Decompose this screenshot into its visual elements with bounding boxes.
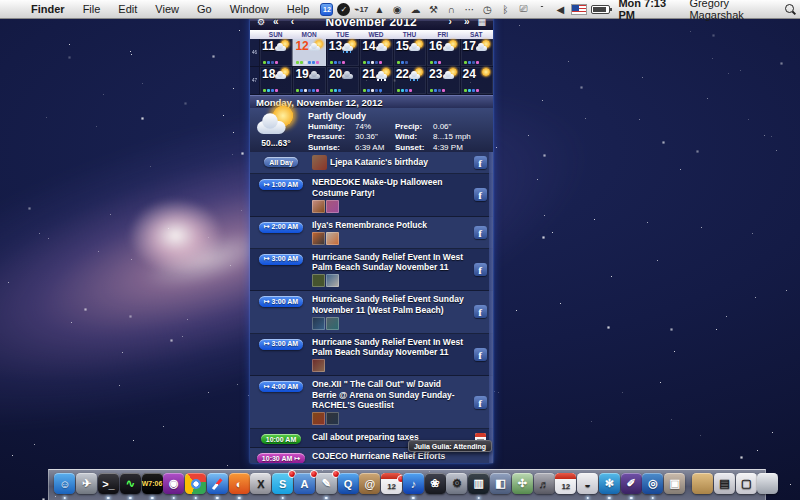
menu-finder[interactable]: Finder <box>22 3 74 15</box>
display-icon[interactable]: ⎚ <box>516 2 530 17</box>
dock-launchpad[interactable]: ✈ <box>76 473 97 494</box>
menu-go[interactable]: Go <box>188 3 221 15</box>
menu-edit[interactable]: Edit <box>109 3 146 15</box>
dock-app-store[interactable]: A <box>294 473 315 494</box>
dock-x11[interactable]: X <box>250 473 271 494</box>
us-flag-icon[interactable] <box>571 4 587 15</box>
calendar-cell-19[interactable]: 19 <box>292 67 325 94</box>
meter-icon[interactable]: ⌁17 <box>354 2 368 17</box>
time-badge[interactable]: ↦ 3:00 AM <box>259 254 303 265</box>
dock-trash[interactable] <box>757 473 778 494</box>
dock-iphoto[interactable]: ❀ <box>425 473 446 494</box>
event-row[interactable]: ↦ 3:00 AMHurricane Sandy Relief Event In… <box>250 334 493 377</box>
event-row[interactable]: ↦ 3:00 AMHurricane Sandy Relief Event In… <box>250 249 493 292</box>
event-body: Hurricane Sandy Relief Event In West Pal… <box>312 252 469 288</box>
dock-skype[interactable]: S <box>272 473 293 494</box>
time-badge[interactable]: ↦ 3:00 AM <box>259 339 303 350</box>
time-badge[interactable]: ↦ 2:00 AM <box>259 222 303 233</box>
dock-time-machine[interactable]: ◎ <box>642 473 663 494</box>
backup-icon[interactable]: ▲ <box>372 2 386 17</box>
time-badge[interactable]: 10:30 AM ↦ <box>257 453 305 463</box>
dock-sketch-app[interactable]: ✎ <box>316 473 337 494</box>
calendar-cell-13[interactable]: 13 <box>326 39 359 66</box>
menu-user[interactable]: Gregory Magarshak <box>685 0 776 21</box>
facebook-icon[interactable]: f <box>474 348 487 361</box>
calendar-cell-11[interactable]: 11 <box>259 39 292 66</box>
dock-itunes[interactable]: ♪ <box>403 473 424 494</box>
dock-stack-pages[interactable]: ▢ <box>736 473 757 494</box>
menu-window[interactable]: Window <box>221 3 278 15</box>
event-row[interactable]: ↦ 2:00 AMIlya's Remembrance Potluckf <box>250 217 493 249</box>
dock-paint-can[interactable]: ◒ <box>577 473 598 494</box>
dock-safari[interactable] <box>207 473 228 494</box>
calendar-cell-23[interactable]: 23 <box>426 67 459 94</box>
dock-quicktime[interactable]: Q <box>338 473 359 494</box>
calendar-cell-16[interactable]: 16 <box>426 39 459 66</box>
dock-blue-utility[interactable]: ◧ <box>490 473 511 494</box>
dock-contacts[interactable]: @ <box>359 473 380 494</box>
facebook-icon[interactable]: f <box>474 156 487 169</box>
black-circle-icon[interactable]: ✓ <box>337 3 350 16</box>
volume-icon[interactable]: ◀ <box>553 2 567 17</box>
dock-stack-documents[interactable]: ▤ <box>714 473 735 494</box>
dock-collage-app[interactable]: ▣ <box>664 473 685 494</box>
dock-photo-booth[interactable]: ◉ <box>163 473 184 494</box>
battery-icon[interactable] <box>591 5 610 14</box>
menu-clock[interactable]: Mon 7:13 PM <box>612 0 685 21</box>
time-badge[interactable]: ↦ 4:00 AM <box>259 381 303 392</box>
event-row[interactable]: ↦ 1:00 AMNERDEOKE Make-Up Halloween Cost… <box>250 174 493 217</box>
calendar-cell-21[interactable]: 21 <box>359 67 392 94</box>
headphones-icon[interactable]: ∩ <box>444 2 458 17</box>
time-badge[interactable]: ↦ 1:00 AM <box>259 179 303 190</box>
facebook-icon[interactable]: f <box>474 226 487 239</box>
calendar-cell-12[interactable]: 12 <box>292 39 325 66</box>
event-row[interactable]: All DayLjepa Katanic's birthdayf <box>250 152 493 174</box>
calendar-cell-14[interactable]: 14 <box>359 39 392 66</box>
dock-ical-dock2[interactable]: 12 <box>555 473 576 494</box>
dock-green-utility[interactable]: ✣ <box>512 473 533 494</box>
globe-icon[interactable]: ◉ <box>390 2 404 17</box>
clock-icon[interactable]: ◷ <box>480 2 494 17</box>
calendar-cell-20[interactable]: 20 <box>326 67 359 94</box>
menu-help[interactable]: Help <box>278 3 319 15</box>
bluetooth-icon[interactable]: ᛒ <box>498 2 512 17</box>
event-row[interactable]: ↦ 4:00 AMOne.XII " The Call Out" w/ Davi… <box>250 376 493 429</box>
dock-firefox[interactable]: ◐ <box>229 473 250 494</box>
facebook-icon[interactable]: f <box>474 305 487 318</box>
dock-google-chrome[interactable] <box>185 473 206 494</box>
menu-file[interactable]: File <box>74 3 110 15</box>
spotlight-icon[interactable] <box>783 3 794 16</box>
menu-view[interactable]: View <box>146 3 188 15</box>
calendar-cell-22[interactable]: 22 <box>393 67 426 94</box>
calendar-cell-15[interactable]: 15 <box>393 39 426 66</box>
event-row[interactable]: ↦ 3:00 AMHurricane Sandy Relief Event Su… <box>250 291 493 334</box>
facebook-icon[interactable]: f <box>474 188 487 201</box>
facebook-icon[interactable]: f <box>474 263 487 276</box>
dock-purple-brush[interactable]: ✐ <box>621 473 642 494</box>
time-badge[interactable]: All Day <box>264 157 298 167</box>
time-badge[interactable]: 10:00 AM <box>261 434 301 444</box>
wrench-icon[interactable]: ⚒ <box>426 2 440 17</box>
dock-finder[interactable]: ☺ <box>54 473 75 494</box>
calendar-cell-18[interactable]: 18 <box>259 67 292 94</box>
dock-activity-monitor[interactable]: ∿ <box>120 473 141 494</box>
dock-ical-dock[interactable]: 12 <box>381 473 402 494</box>
facebook-icon[interactable]: f <box>474 396 487 409</box>
dock-snowflake-app[interactable]: ✻ <box>599 473 620 494</box>
dots-icon[interactable]: ⋯ <box>462 2 476 17</box>
event-row[interactable]: 10:30 AM ↦COJECO Hurricane Relief Effort… <box>250 448 493 463</box>
dock-garageband[interactable]: ♬ <box>534 473 555 494</box>
dock-system-preferences[interactable]: ⚙ <box>446 473 467 494</box>
dock-folder-downloads[interactable] <box>692 473 713 494</box>
time-badge[interactable]: ↦ 3:00 AM <box>259 296 303 307</box>
dock-terminal[interactable]: >_ <box>98 473 119 494</box>
wifi-icon[interactable] <box>534 3 549 15</box>
event-list[interactable]: All DayLjepa Katanic's birthdayf↦ 1:00 A… <box>250 152 493 463</box>
dock-istat[interactable]: W7:06 <box>142 473 163 494</box>
dock-stats-app[interactable]: ▥ <box>468 473 489 494</box>
ical-date-icon[interactable]: 12 <box>320 3 333 16</box>
cloud-icon[interactable]: ☁ <box>408 2 422 17</box>
calendar-cell-24[interactable]: 24 <box>460 67 493 94</box>
event-source-column: f <box>469 337 491 373</box>
calendar-cell-17[interactable]: 17 <box>460 39 493 66</box>
